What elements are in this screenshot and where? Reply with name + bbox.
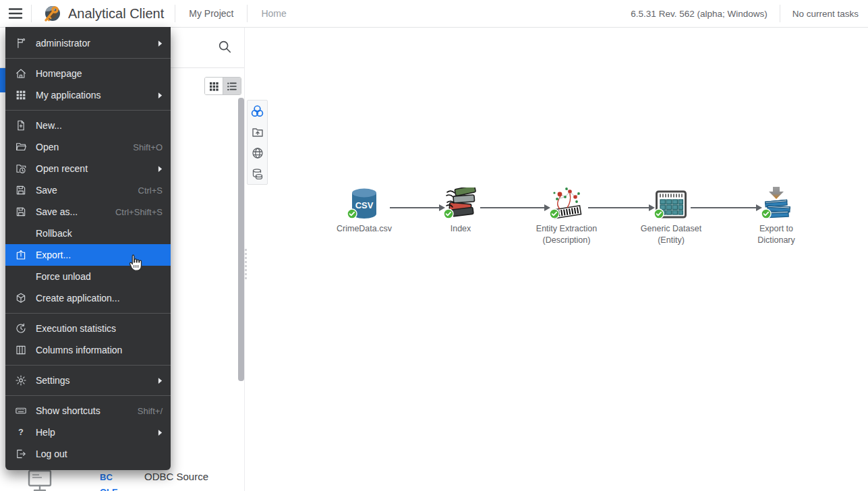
menu-item-show-shortcuts[interactable]: Show shortcuts Shift+/ — [5, 400, 171, 422]
menu-item-columns-information[interactable]: Columns information — [5, 339, 171, 361]
index-tags-icon — [424, 187, 498, 220]
menu-divider — [5, 395, 171, 396]
menu-item-log-out[interactable]: Log out — [5, 443, 171, 465]
open-folder-icon[interactable] — [248, 121, 267, 142]
panel-resize-handle[interactable] — [245, 249, 247, 279]
settings-gear-icon — [15, 374, 27, 386]
menu-divider — [5, 58, 171, 59]
topbar-divider — [247, 5, 248, 22]
chevron-right-icon — [158, 377, 163, 384]
search-icon[interactable] — [212, 34, 237, 59]
success-check-icon — [761, 208, 772, 222]
keyboard-icon — [15, 405, 27, 417]
menu-item-administrator[interactable]: administrator — [5, 32, 171, 54]
chevron-right-icon — [158, 92, 163, 99]
tool-palette — [247, 100, 268, 185]
odbc-monitor-icon[interactable] — [27, 469, 53, 491]
tasks-status[interactable]: No current tasks — [792, 9, 859, 19]
list-view-button[interactable] — [223, 78, 241, 94]
node-export-to-dictionary[interactable]: Export to Dictionary — [749, 187, 803, 246]
export-dictionary-icon — [749, 187, 803, 220]
app-title: Analytical Client — [68, 6, 164, 22]
version-label: 6.5.31 Rev. 562 (alpha; Windows) — [631, 9, 767, 19]
logout-icon — [15, 448, 27, 460]
topbar-divider — [780, 5, 780, 22]
menu-item-export[interactable]: Export... — [5, 244, 171, 266]
topbar-divider — [31, 5, 32, 22]
node-entity-extraction[interactable]: Entity Extraction (Description) — [519, 187, 614, 246]
menu-item-homepage[interactable]: Homepage — [5, 63, 171, 84]
menu-item-new[interactable]: New... — [5, 115, 171, 136]
node-label: Export to Dictionary — [749, 223, 803, 246]
menu-item-settings[interactable]: Settings — [5, 370, 171, 391]
source-badge: BC — [100, 472, 113, 482]
menu-divider — [5, 313, 171, 314]
columns-icon — [15, 344, 27, 356]
export-icon — [15, 249, 27, 261]
no-icon — [15, 227, 27, 239]
success-check-icon — [347, 208, 357, 222]
topbar-divider — [175, 5, 175, 22]
entity-extraction-icon — [519, 187, 614, 220]
node-sublabel: (Entity) — [624, 235, 718, 246]
node-label: Index — [424, 223, 498, 235]
menu-item-open-recent[interactable]: Open recent — [5, 158, 171, 179]
success-check-icon — [654, 208, 664, 222]
success-check-icon — [549, 208, 560, 222]
chevron-right-icon — [158, 165, 163, 173]
chevron-right-icon — [158, 429, 163, 436]
no-icon — [15, 270, 27, 283]
save-icon — [15, 206, 27, 218]
menu-item-execution-statistics[interactable]: Execution statistics — [5, 318, 171, 339]
menu-item-rollback[interactable]: Rollback — [5, 223, 171, 244]
execution-statistics-icon — [15, 322, 27, 335]
svg-text:?: ? — [18, 427, 24, 437]
tab-my-project[interactable]: My Project — [189, 8, 233, 19]
menu-item-save[interactable]: Save Ctrl+S — [5, 179, 171, 201]
menu-item-force-unload[interactable]: Force unload — [5, 266, 171, 287]
app-logo-icon — [41, 3, 63, 24]
file-new-icon — [15, 119, 27, 132]
svg-text:CSV: CSV — [355, 200, 374, 210]
menu-item-create-application[interactable]: Create application... — [5, 287, 171, 309]
view-toggle — [204, 77, 241, 95]
create-application-icon — [15, 292, 27, 304]
csv-database-icon: CSV — [327, 187, 401, 220]
home-icon — [15, 67, 27, 80]
menu-item-help[interactable]: ? Help — [5, 422, 171, 443]
tab-home[interactable]: Home — [261, 8, 286, 19]
source-badge: OLE — [100, 487, 118, 491]
menu-divider — [5, 365, 171, 366]
top-bar: Analytical Client My Project Home 6.5.31… — [0, 0, 868, 28]
node-label: CrimeData.csv — [327, 223, 401, 235]
database-icon[interactable] — [248, 163, 267, 184]
source-label[interactable]: ODBC Source — [144, 471, 208, 482]
sidebar-scrollbar[interactable] — [238, 98, 244, 381]
main-menu: administrator Homepage My applications N… — [5, 27, 171, 470]
folder-open-icon — [15, 141, 27, 153]
save-icon — [15, 184, 27, 196]
globe-icon[interactable] — [248, 142, 267, 163]
menu-divider — [5, 110, 171, 111]
menu-item-my-applications[interactable]: My applications — [5, 84, 171, 106]
node-label: Generic Dataset — [624, 223, 718, 235]
menu-item-open[interactable]: Open Shift+O — [5, 136, 171, 158]
workflow-icon[interactable] — [248, 100, 267, 121]
apps-grid-icon — [15, 89, 27, 101]
node-index[interactable]: Index — [424, 187, 498, 235]
menu-item-save-as[interactable]: Save as... Ctrl+Shift+S — [5, 201, 171, 223]
workflow-canvas[interactable] — [244, 27, 868, 491]
success-check-icon — [443, 208, 454, 222]
node-label: Entity Extraction — [519, 223, 614, 235]
chevron-right-icon — [158, 40, 163, 47]
app-window: BC ODBC Source OLE CSV — [0, 0, 868, 491]
flow-arrow — [691, 207, 757, 208]
folder-recent-icon — [15, 163, 27, 175]
help-icon: ? — [15, 426, 27, 438]
node-generic-dataset[interactable]: Generic Dataset (Entity) — [624, 187, 718, 246]
node-crimedata-csv[interactable]: CSV CrimeData.csv — [327, 187, 401, 235]
hamburger-menu-icon[interactable] — [4, 3, 27, 24]
grid-view-button[interactable] — [205, 78, 223, 94]
node-sublabel: (Description) — [519, 235, 614, 246]
generic-dataset-icon — [624, 187, 718, 220]
